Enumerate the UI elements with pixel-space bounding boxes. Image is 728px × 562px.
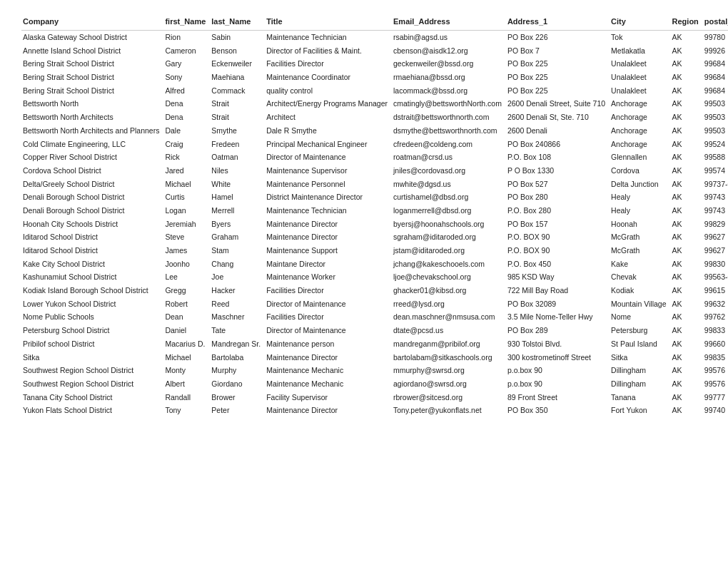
table-cell: 99829 (703, 218, 728, 231)
table-cell: Facilities Director (265, 57, 392, 71)
table-cell: Hoonah (610, 218, 670, 231)
table-cell: 99563-0002 (703, 270, 728, 284)
table-cell: Jeremiah (163, 218, 210, 231)
table-cell: 2600 Denali (506, 124, 610, 138)
table-cell: 99743 (703, 204, 728, 218)
table-cell: PO Box 240866 (506, 138, 610, 151)
table-row: Delta/Greely School DistrictMichaelWhite… (21, 178, 728, 191)
table-cell: Maintenance Technician (265, 204, 392, 218)
table-cell: P.O. Box 450 (506, 257, 610, 271)
table-cell: Unalakleet (610, 84, 670, 98)
table-cell: Byers (210, 218, 265, 231)
column-header-region: Region (671, 14, 703, 31)
table-cell: Southwest Region School District (21, 377, 163, 391)
table-row: Denali Borough School DistrictCurtisHame… (21, 190, 728, 204)
column-header-city: City (610, 14, 670, 31)
table-cell: 99615 (703, 284, 728, 297)
table-cell: AK (671, 178, 703, 191)
table-cell: Facilities Director (265, 310, 392, 324)
table-cell: ljoe@chevakschool.org (392, 270, 506, 284)
contacts-table: Companyfirst_Namelast_NameTitleEmail_Add… (21, 14, 728, 417)
table-cell: Michael (163, 178, 210, 191)
table-cell: AK (671, 244, 703, 257)
table-cell: Sitka (21, 351, 163, 364)
table-cell: Fort Yukon (610, 404, 670, 417)
table-cell: Cordova (610, 164, 670, 178)
table-cell: rbrower@sitcesd.org (392, 391, 506, 404)
table-cell: Nome Public Schools (21, 310, 163, 324)
table-cell: Lee (163, 270, 210, 284)
table-cell: Dillingham (610, 364, 670, 377)
table-cell: PO Box 289 (506, 324, 610, 337)
table-cell: Director of Maintenance (265, 150, 392, 164)
table-cell: PO Box 7 (506, 44, 610, 58)
table-row: Pribilof school DistrictMacarius D.Mandr… (21, 337, 728, 351)
table-cell: Benson (210, 44, 265, 58)
table-cell: Stam (210, 244, 265, 257)
table-cell: Joonho (163, 257, 210, 271)
column-header-first-name: first_Name (163, 14, 210, 31)
table-cell: Anchorage (610, 124, 670, 138)
table-cell: Curtis (163, 190, 210, 204)
table-cell: AK (671, 57, 703, 71)
table-cell: p.o.box 90 (506, 377, 610, 391)
table-cell: AK (671, 297, 703, 311)
table-cell: Maintenance Director (265, 351, 392, 364)
table-cell: Dale (163, 124, 210, 138)
table-cell: 99588 (703, 150, 728, 164)
table-cell: Sitka (610, 351, 670, 364)
table-cell: PO Box 32089 (506, 297, 610, 311)
table-cell: byersj@hoonahschools.org (392, 218, 506, 231)
table-row: Hoonah City Schools DistrictJeremiahByer… (21, 218, 728, 231)
table-cell: Cold Climate Engineering, LLC (21, 138, 163, 151)
table-cell: 99780 (703, 31, 728, 44)
table-cell: AK (671, 364, 703, 377)
table-cell: 99576 (703, 364, 728, 377)
table-cell: Daniel (163, 324, 210, 337)
table-cell: Dillingham (610, 377, 670, 391)
table-cell: cmatingly@bettsworthNorth.com (392, 97, 506, 111)
table-cell: Copper River School District (21, 150, 163, 164)
table-cell: 3.5 Mile Nome-Teller Hwy (506, 310, 610, 324)
table-row: Iditarod School DistrictJamesStamMainten… (21, 244, 728, 257)
table-row: Denali Borough School DistrictLoganMerre… (21, 204, 728, 218)
table-cell: Dale R Smythe (265, 124, 392, 138)
table-cell: Bering Strait School District (21, 84, 163, 98)
table-cell: Dena (163, 97, 210, 111)
table-cell: rreed@lysd.org (392, 297, 506, 311)
table-cell: Bettsworth North (21, 97, 163, 111)
table-row: Bettsworth North ArchitectsDenaStraitArc… (21, 111, 728, 124)
table-cell: Craig (163, 138, 210, 151)
table-row: Kodiak Island Borough School DistrictGre… (21, 284, 728, 297)
table-cell: 930 Tolstoi Blvd. (506, 337, 610, 351)
table-cell: Iditarod School District (21, 244, 163, 257)
table-cell: Maintenance person (265, 337, 392, 351)
table-row: Bering Strait School DistrictAlfredComma… (21, 84, 728, 98)
table-cell: Eckenweiler (210, 57, 265, 71)
table-cell: 99830 (703, 257, 728, 271)
table-cell: Macarius D. (163, 337, 210, 351)
table-cell: P.O. BOX 90 (506, 230, 610, 244)
table-cell: Michael (163, 351, 210, 364)
table-row: Cold Climate Engineering, LLCCraigFredee… (21, 138, 728, 151)
table-cell: AK (671, 111, 703, 124)
table-cell: dean.maschner@nmsusa.com (392, 310, 506, 324)
table-cell: Maschner (210, 310, 265, 324)
table-cell: Tony.peter@yukonflats.net (392, 404, 506, 417)
table-cell: Tony (163, 404, 210, 417)
table-cell: White (210, 178, 265, 191)
table-cell: dsmythe@bettsworthnorth.com (392, 124, 506, 138)
table-cell: Maintenance Support (265, 244, 392, 257)
table-cell: P.O. Box 280 (506, 204, 610, 218)
table-cell: 99524 (703, 138, 728, 151)
table-cell: AK (671, 150, 703, 164)
table-cell: Anchorage (610, 111, 670, 124)
table-cell: Mandregan Sr. (210, 337, 265, 351)
table-cell: 99740 (703, 404, 728, 417)
table-cell: Mountain Village (610, 297, 670, 311)
table-cell: AK (671, 310, 703, 324)
table-cell: Gary (163, 57, 210, 71)
table-cell: 99503 (703, 97, 728, 111)
table-cell: Niles (210, 164, 265, 178)
table-cell: 99743 (703, 190, 728, 204)
